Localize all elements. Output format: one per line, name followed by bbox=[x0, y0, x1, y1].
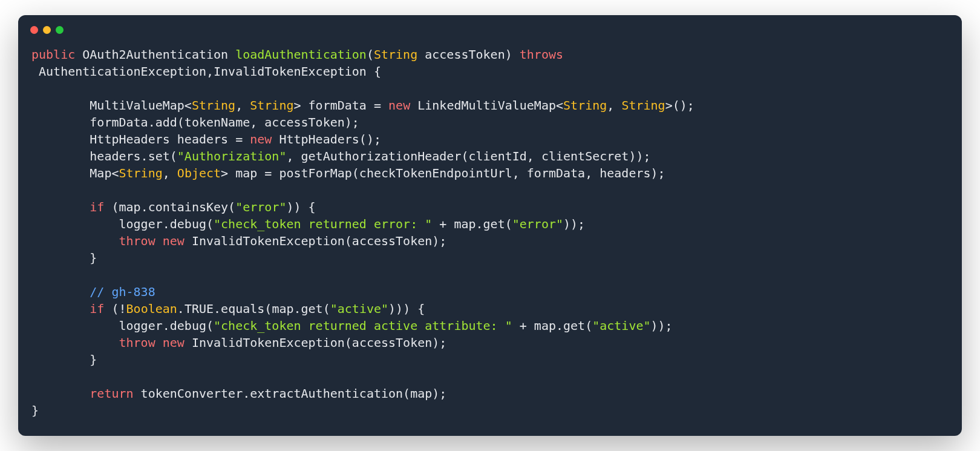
code-token: "Authorization" bbox=[177, 149, 287, 163]
code-token: loadAuthentication bbox=[235, 47, 367, 62]
code-token: throw bbox=[119, 335, 155, 350]
close-icon[interactable] bbox=[30, 26, 38, 34]
code-token: , bbox=[235, 98, 250, 113]
code-token: String bbox=[563, 98, 607, 113]
code-token: (! bbox=[104, 301, 126, 316]
code-token bbox=[31, 301, 90, 316]
code-token: .TRUE.equals(map.get( bbox=[177, 301, 330, 316]
code-token: // gh-838 bbox=[90, 285, 155, 299]
code-token: "check_token returned active attribute: … bbox=[214, 318, 512, 333]
code-token: throw bbox=[119, 234, 155, 248]
code-token: String bbox=[250, 98, 293, 113]
code-token: "error" bbox=[235, 200, 286, 214]
code-token: String bbox=[374, 47, 417, 62]
code-token: "error" bbox=[512, 217, 563, 231]
code-token: if bbox=[90, 200, 104, 214]
code-token: if bbox=[90, 301, 104, 316]
code-token: public bbox=[31, 47, 75, 62]
code-token: "check_token returned error: " bbox=[214, 217, 432, 231]
code-token: LinkedMultiValueMap< bbox=[410, 98, 563, 113]
code-token: + map.get( bbox=[512, 318, 592, 333]
code-token: ( bbox=[367, 47, 374, 62]
code-token: new bbox=[388, 98, 410, 113]
code-window: public OAuth2Authentication loadAuthenti… bbox=[18, 15, 962, 436]
code-token: > formData = bbox=[294, 98, 389, 113]
code-token: new bbox=[163, 335, 185, 350]
code-token: new bbox=[163, 234, 185, 248]
code-token: String bbox=[192, 98, 235, 113]
code-token: Object bbox=[177, 166, 221, 180]
code-token bbox=[155, 335, 163, 350]
code-token bbox=[155, 234, 163, 248]
code-token: accessToken) bbox=[417, 47, 520, 62]
code-token: , bbox=[163, 166, 177, 180]
code-token: String bbox=[621, 98, 665, 113]
window-titlebar bbox=[18, 15, 962, 40]
code-token: (map.containsKey( bbox=[104, 200, 235, 214]
code-token: OAuth2Authentication bbox=[75, 47, 235, 62]
code-token: return bbox=[90, 386, 133, 401]
code-token: + map.get( bbox=[432, 217, 512, 231]
code-token: Boolean bbox=[126, 301, 177, 316]
code-token: new bbox=[250, 132, 272, 146]
code-token: String bbox=[119, 166, 163, 180]
code-token: throws bbox=[520, 47, 563, 62]
code-content: public OAuth2Authentication loadAuthenti… bbox=[18, 40, 962, 436]
code-token: "active" bbox=[330, 301, 388, 316]
maximize-icon[interactable] bbox=[56, 26, 64, 34]
minimize-icon[interactable] bbox=[43, 26, 51, 34]
code-token: "active" bbox=[592, 318, 650, 333]
code-token: , bbox=[607, 98, 621, 113]
